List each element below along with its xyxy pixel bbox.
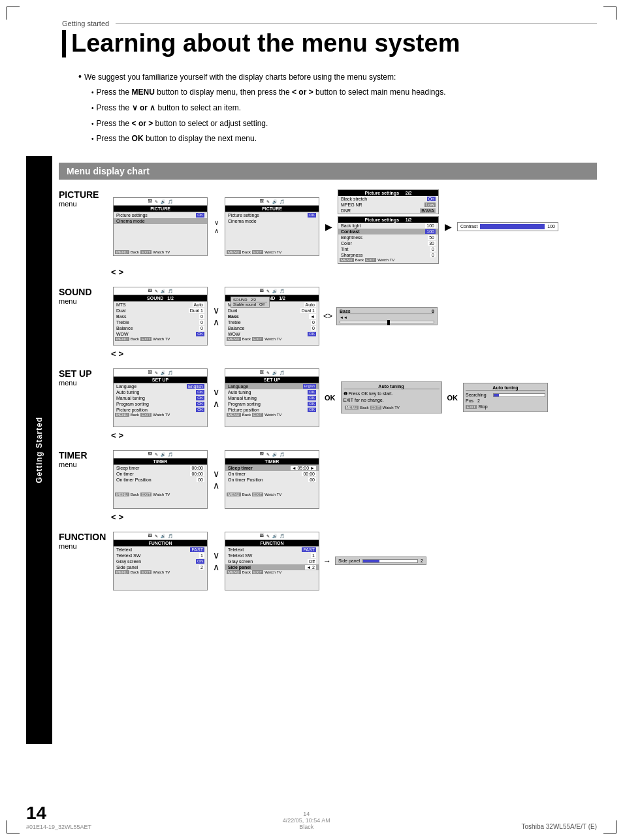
sound-sublabel: menu [59,297,108,305]
fs1-tsw: Teletext SW1 [114,553,207,558]
searching-panel: Auto tuning Searching Pos 2 EXIT Stop [463,383,548,412]
sub-dot-1: • [91,87,94,99]
footer-page-num: 14 [283,811,330,817]
footer-date: 4/22/05, 10:54 AM [283,817,330,824]
section-function: FUNCTION menu 🖼✎🔊🎵 FUNCTION Teletext [59,532,597,590]
ps2-header: 🖼✎🔊🎵 [225,198,319,206]
ss2-balance: Balance0 [225,325,319,331]
sp2-tint: Tint0 [338,246,438,252]
intro-section: • We suggest you familiarize yourself wi… [78,71,597,146]
ps1-row1: Picture settingsOK [114,212,207,218]
stop-row: EXIT Stop [466,404,545,410]
right-arrow-icon: > [119,267,124,277]
page-title: Learning about the menu system [62,30,597,57]
sub-bullet-3: • Press the < or > button to select or a… [91,117,597,131]
sus2-auto: Auto tuningOK [225,389,319,395]
ts1-header: 🖼✎🔊🎵 [114,451,207,459]
sound-left-icon: < [111,349,116,359]
ss1-bass: Bass0 [114,314,207,319]
picture-lr-nav: < > [111,267,597,277]
picture-arrow-h: ▶ [322,221,335,232]
function-screen-1: 🖼✎🔊🎵 FUNCTION TeletextFAST Teletext SW1 … [113,532,208,590]
footer-left: 14 #01E14-19_32WL55AET [26,804,91,830]
sus2-manual: Manual tuningOK [225,395,319,401]
ss1-mts: MTSAuto [114,302,207,308]
corner-tr [603,7,616,20]
section-setup: SET UP menu 🖼✎🔊🎵 SET UP LanguageEngl [59,368,597,440]
ts1-footer: MENUBackEXITWatch TV [114,492,207,497]
timer-arrow-v: ∨∧ [210,468,222,491]
function-label: FUNCTION [59,532,108,542]
sub-bullet-4: • Press the OK button to display the nex… [91,132,597,146]
page-container: Getting started Learning about the menu … [0,0,623,840]
getting-started-label: Getting started [62,20,109,27]
search-title: Auto tuning [466,385,545,391]
picture-settings-panel: Picture settings 2/2 Black stretchOn MPE… [338,189,439,214]
side-panel-box: Side panel 2 [335,557,426,565]
search-bar [493,393,545,397]
fs1-gray: Gray screenON [114,558,207,564]
footer-center: 14 4/22/05, 10:54 AM Black [283,811,330,830]
corner-tl [7,7,20,20]
picture-settings2-panel: Picture settings 1/2 Back light100 Contr… [338,216,439,264]
ts2-title: TIMER [225,459,319,465]
ss1-dual: DualDual 1 [114,308,207,314]
ps2-row2: Cinema mode [225,218,319,224]
function-screen-2: 🖼✎🔊🎵 FUNCTION TeletextFAST Teletext SW1 … [225,532,319,590]
sub-dot-4: • [91,133,94,145]
sp-row-mpeg: MPEG NRLow [338,202,438,208]
function-screens-row: 🖼✎🔊🎵 FUNCTION TeletextFAST Teletext SW1 … [113,532,597,590]
fs1-teletext: TeletextFAST [114,547,207,553]
ps1-header: 🖼✎🔊🎵 [114,198,207,206]
ps1-footer: MENUBackEXITWatch TV [114,250,207,255]
ps1-row2: Cinema mode [114,218,207,224]
section-sound: SOUND menu 🖼✎🔊🎵 SOUND 1/2 MTSAuto [59,287,597,359]
ss2-dual: DualDual 1 [225,308,319,314]
setup-arrow-v: ∨∧ [210,387,222,409]
ss1-treble: Treble0 [114,319,207,325]
sidebar-label: Getting Started [35,417,44,483]
function-lr-arrow: → [323,557,331,566]
sound-label: SOUND [59,287,108,297]
sub-dot-3: • [91,118,94,130]
bb-title: Bass0 [340,309,434,314]
sub-bullet-1: • Press the MENU button to display menu,… [91,86,597,100]
section-picture: PICTURE menu 🖼✎🔊🎵 PICTURE [59,189,597,277]
ts1-onpos: On timer Position00 [114,477,207,483]
picture-screens-row: 🖼✎🔊🎵 PICTURE Picture settingsOK Cinema m… [113,189,597,264]
fs2-header: 🖼✎🔊🎵 [225,532,319,540]
sp2-footer: MENUBackEXITWatch TV [338,257,438,263]
main-content: Getting Started Menu display chart PICTU… [26,156,597,744]
at-title: Auto tuning [343,384,439,389]
setup-screen-2: 🖼✎🔊🎵 SET UP LanguageEnglish Auto tuningO… [225,368,319,427]
bullet-dot-main: • [78,74,82,80]
contrast-bar [480,224,545,229]
sub-bullet-2: • Press the ∨ or ∧ button to select an i… [91,101,597,116]
chart-header: Menu display chart [59,163,597,180]
sus2-title: SET UP [225,377,319,383]
setup-sublabel: menu [59,379,108,387]
sus2-footer: MENUBackEXITWatch TV [225,412,319,417]
ps2-row1: Picture settingsOK [225,212,319,218]
sound-lr-nav: < > [111,349,597,359]
sub-bullet-2-text: Press the ∨ or ∧ button to select an ite… [97,101,241,116]
pos-row: Pos 2 [466,398,545,404]
picture-label: PICTURE [59,189,108,200]
sp2-color: Color30 [338,240,438,246]
sound-screens-row: 🖼✎🔊🎵 SOUND 1/2 MTSAuto DualDual 1 Bass0 … [113,287,597,346]
picture-sublabel: menu [59,200,108,208]
sound-screen-2: 🖼✎🔊🎵 SOUND 2/2 Stable sound Off SOUND 1/… [225,287,319,346]
timer-screen-2: 🖼✎🔊🎵 TIMER Sleep timer◄ 05:00 ► On timer… [225,450,319,509]
getting-started-header: Getting started [62,20,597,27]
sound-screen-1: 🖼✎🔊🎵 SOUND 1/2 MTSAuto DualDual 1 Bass0 … [113,287,208,346]
sus1-lang: LanguageEnglish [114,383,207,389]
setup-right-icon: > [119,430,124,440]
ss2-treble: Treble0 [225,319,319,325]
sp-row-bs: Black stretchOn [338,196,438,202]
fs1-title: FUNCTION [114,540,207,547]
page-number: 14 [26,804,91,822]
sus2-lang: LanguageEnglish [225,383,319,389]
timer-left-icon: < [111,512,116,522]
function-arrow-v: ∨∧ [210,550,222,572]
sound-right-icon: > [119,349,124,359]
